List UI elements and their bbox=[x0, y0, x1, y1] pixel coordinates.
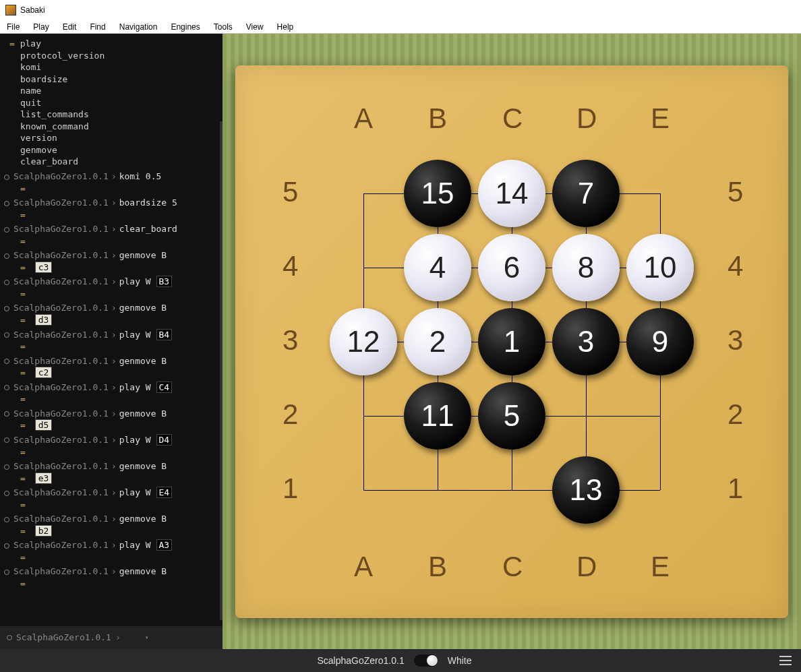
white-stone[interactable]: 6 bbox=[478, 234, 545, 301]
coord-col: B bbox=[428, 551, 447, 583]
menu-help[interactable]: Help bbox=[270, 21, 301, 33]
console-result-value: d3 bbox=[35, 314, 53, 326]
console-entry: ScalphaGoZero1.0.1›genmove B bbox=[4, 566, 220, 578]
console-entry: ScalphaGoZero1.0.1›komi 0.5 bbox=[4, 171, 220, 183]
white-stone[interactable]: 4 bbox=[404, 234, 471, 301]
console-prompt[interactable]: ScalphaGoZero1.0.1 › ▾ bbox=[0, 626, 222, 649]
black-stone[interactable]: 13 bbox=[552, 456, 620, 524]
coord-row: 4 bbox=[728, 250, 743, 282]
status-dot-icon bbox=[4, 385, 9, 390]
engine-label: ScalphaGoZero1.0.1 bbox=[13, 408, 109, 419]
white-stone[interactable]: 14 bbox=[478, 160, 545, 227]
console-result-value: c3 bbox=[35, 262, 53, 273]
black-stone[interactable]: 1 bbox=[478, 308, 545, 375]
console-result: = e3 bbox=[4, 472, 220, 485]
console-result: = bbox=[4, 446, 220, 458]
engine-label: ScalphaGoZero1.0.1 bbox=[13, 197, 109, 208]
console-command: play W bbox=[119, 382, 151, 392]
coord-row: 4 bbox=[283, 250, 298, 282]
console-result: = bbox=[4, 183, 220, 195]
console-entry: ScalphaGoZero1.0.1›genmove B bbox=[4, 408, 220, 420]
status-dot-icon bbox=[4, 464, 9, 470]
menu-view[interactable]: View bbox=[239, 21, 270, 33]
cmd-name: name bbox=[4, 85, 220, 97]
status-dot-icon bbox=[4, 175, 9, 180]
caret-icon: › bbox=[111, 224, 117, 234]
status-dot-icon bbox=[4, 570, 9, 575]
status-dot-icon bbox=[4, 543, 9, 549]
engine-label: ScalphaGoZero1.0.1 bbox=[13, 171, 109, 181]
console-entry: ScalphaGoZero1.0.1›genmove B bbox=[4, 460, 220, 472]
black-stone[interactable]: 11 bbox=[404, 382, 471, 450]
caret-icon: › bbox=[111, 382, 117, 392]
console-result: = bbox=[4, 235, 220, 247]
console-entry: ScalphaGoZero1.0.1›play W B4 bbox=[4, 329, 220, 341]
gtp-console[interactable]: = play protocol_version komi boardsize n… bbox=[0, 34, 222, 649]
menu-hamburger-icon[interactable] bbox=[779, 656, 792, 665]
engine-label: ScalphaGoZero1.0.1 bbox=[13, 514, 109, 524]
console-entry: ScalphaGoZero1.0.1›play W E4 bbox=[4, 487, 220, 499]
black-stone[interactable]: 9 bbox=[626, 308, 694, 375]
engine-label: ScalphaGoZero1.0.1 bbox=[13, 566, 109, 576]
caret-icon: › bbox=[111, 408, 117, 419]
console-command: genmove B bbox=[119, 408, 167, 419]
engine-label: ScalphaGoZero1.0.1 bbox=[13, 250, 109, 260]
console-command: genmove B bbox=[119, 303, 167, 313]
console-arg: C4 bbox=[156, 381, 173, 393]
white-stone[interactable]: 10 bbox=[626, 234, 694, 301]
cmd-clear-board: clear_board bbox=[4, 156, 220, 168]
caret-icon: › bbox=[111, 197, 117, 208]
engine-label: ScalphaGoZero1.0.1 bbox=[13, 461, 109, 471]
caret-icon: › bbox=[111, 276, 117, 286]
white-stone[interactable]: 12 bbox=[330, 308, 397, 375]
menu-edit[interactable]: Edit bbox=[56, 21, 84, 33]
console-arg: D4 bbox=[156, 434, 173, 446]
chevron-down-icon[interactable]: ▾ bbox=[145, 633, 149, 642]
coord-row: 3 bbox=[728, 324, 743, 357]
go-board[interactable]: AABBCCDDEE5544332211 1234567891011121314… bbox=[235, 65, 788, 618]
console-entry: ScalphaGoZero1.0.1›genmove B bbox=[4, 355, 220, 367]
menu-navigation[interactable]: Navigation bbox=[113, 21, 165, 33]
cmd-protocol-version: protocol_version bbox=[4, 50, 220, 62]
coord-col: D bbox=[576, 551, 597, 583]
console-command: genmove B bbox=[119, 514, 167, 524]
black-stone[interactable]: 15 bbox=[404, 160, 471, 227]
coord-col: E bbox=[651, 551, 670, 583]
white-stone[interactable]: 2 bbox=[404, 308, 471, 375]
status-dot-icon bbox=[4, 411, 9, 417]
menu-bar: File Play Edit Find Navigation Engines T… bbox=[0, 20, 801, 34]
caret-icon: › bbox=[111, 356, 117, 366]
menu-play[interactable]: Play bbox=[26, 21, 55, 33]
console-command: boardsize 5 bbox=[119, 197, 177, 208]
menu-tools[interactable]: Tools bbox=[207, 21, 239, 33]
status-dot-icon bbox=[7, 635, 12, 640]
menu-engines[interactable]: Engines bbox=[164, 21, 206, 33]
black-stone[interactable]: 3 bbox=[552, 308, 620, 375]
title-bar: Sabaki bbox=[0, 0, 801, 20]
console-result: = c3 bbox=[4, 262, 220, 274]
status-dot-icon bbox=[4, 280, 9, 285]
console-result: = bbox=[4, 551, 220, 563]
console-command: play W bbox=[119, 330, 151, 340]
black-stone[interactable]: 5 bbox=[478, 382, 545, 450]
cmd-genmove: genmove bbox=[4, 144, 220, 156]
engine-label: ScalphaGoZero1.0.1 bbox=[13, 330, 109, 340]
menu-file[interactable]: File bbox=[0, 21, 26, 33]
console-result: = c2 bbox=[4, 367, 220, 379]
status-dot-icon bbox=[4, 491, 9, 496]
console-result-value: c2 bbox=[35, 367, 53, 378]
cmd-quit: quit bbox=[4, 97, 220, 109]
caret-icon: › bbox=[111, 171, 117, 181]
menu-find[interactable]: Find bbox=[83, 21, 112, 33]
caret-icon: › bbox=[111, 330, 117, 340]
goban-grid[interactable]: 123456789101112131415 bbox=[363, 193, 660, 490]
white-stone[interactable]: 8 bbox=[552, 234, 620, 301]
main-area: = play protocol_version komi boardsize n… bbox=[0, 34, 801, 649]
console-result: = bbox=[4, 288, 220, 300]
color-toggle[interactable] bbox=[414, 654, 438, 667]
console-entry: ScalphaGoZero1.0.1›play W D4 bbox=[4, 434, 220, 446]
status-engine: ScalphaGoZero1.0.1 bbox=[318, 655, 405, 666]
console-arg: A3 bbox=[156, 539, 173, 551]
black-stone[interactable]: 7 bbox=[552, 160, 620, 227]
console-result-value: b2 bbox=[35, 525, 53, 537]
